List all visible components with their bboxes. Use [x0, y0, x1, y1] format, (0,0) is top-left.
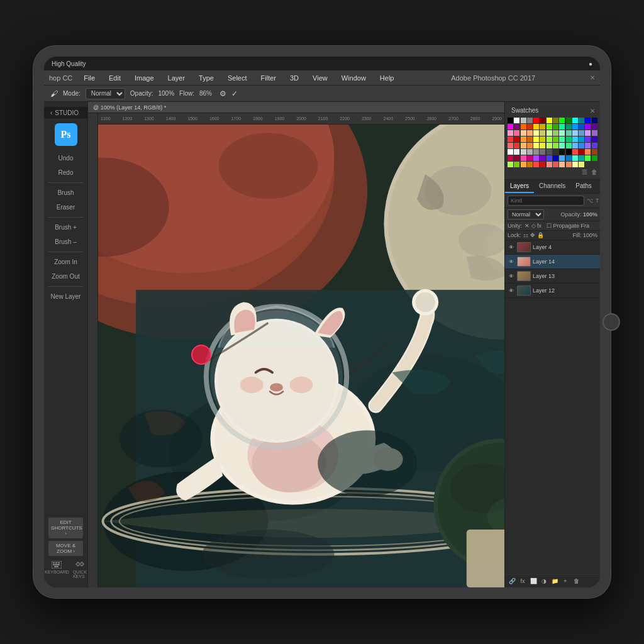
lock-pixel-icon[interactable]: ⚏	[523, 232, 528, 238]
swatch-color[interactable]	[521, 149, 526, 155]
menu-image[interactable]: Image	[132, 73, 157, 83]
layer-row-13[interactable]: 👁 Layer 13	[505, 269, 600, 284]
mode-select[interactable]: Normal	[86, 88, 125, 99]
swatch-color[interactable]	[559, 118, 565, 123]
swatch-color[interactable]	[559, 155, 565, 161]
swatch-color[interactable]	[540, 149, 545, 155]
swatch-color[interactable]	[559, 136, 565, 142]
layers-folder-icon[interactable]: 📁	[550, 577, 559, 586]
move-zoom-button[interactable]: MOVE & ZOOM ›	[48, 541, 83, 556]
swatch-color[interactable]	[527, 136, 533, 142]
swatch-color[interactable]	[514, 130, 519, 136]
swatch-color[interactable]	[559, 124, 565, 130]
swatch-color[interactable]	[566, 149, 572, 155]
artwork[interactable]	[98, 125, 504, 587]
swatch-color[interactable]	[540, 124, 545, 130]
swatch-color[interactable]	[547, 118, 552, 123]
swatch-color[interactable]	[579, 124, 584, 130]
tool-new-layer[interactable]: New Layer	[44, 289, 87, 304]
swatch-color[interactable]	[585, 136, 591, 142]
tool-zoom-in[interactable]: Zoom In	[44, 255, 87, 269]
swatch-color[interactable]	[540, 136, 545, 142]
swatch-color[interactable]	[547, 130, 552, 136]
layers-mask-icon[interactable]: ⬜	[529, 577, 538, 586]
swatch-color[interactable]	[547, 143, 552, 148]
menu-layer[interactable]: Layer	[165, 73, 188, 83]
swatch-color[interactable]	[579, 130, 584, 136]
swatch-color[interactable]	[508, 162, 513, 167]
layer-visibility-13[interactable]: 👁	[508, 272, 515, 280]
tab-paths[interactable]: Paths	[570, 180, 597, 193]
layers-delete-icon[interactable]: 🗑	[572, 577, 580, 586]
swatch-color[interactable]	[547, 162, 552, 167]
swatch-color[interactable]	[521, 143, 526, 148]
layer-visibility-12[interactable]: 👁	[508, 287, 515, 294]
swatch-color[interactable]	[508, 124, 513, 130]
swatch-color[interactable]	[547, 124, 552, 130]
menu-window[interactable]: Window	[339, 73, 369, 83]
menu-filter[interactable]: Filter	[258, 73, 279, 83]
swatch-color[interactable]	[572, 124, 578, 130]
swatch-color[interactable]	[533, 130, 539, 136]
tab-channels[interactable]: Channels	[534, 180, 570, 193]
swatch-color[interactable]	[566, 136, 572, 142]
swatch-color[interactable]	[592, 118, 597, 123]
layers-search-input[interactable]	[508, 196, 584, 206]
swatch-color[interactable]	[585, 155, 591, 161]
edit-shortcuts-button[interactable]: EDIT SHORTCUTS ›	[48, 518, 83, 538]
menu-edit[interactable]: Edit	[106, 73, 123, 83]
layers-fx-btn[interactable]: fx	[518, 577, 527, 586]
swatch-color[interactable]	[579, 143, 584, 148]
swatch-color[interactable]	[533, 149, 539, 155]
swatch-color[interactable]	[533, 118, 539, 123]
swatch-color[interactable]	[572, 118, 578, 123]
swatch-color[interactable]	[527, 124, 533, 130]
swatch-color[interactable]	[521, 162, 526, 167]
swatch-color[interactable]	[572, 136, 578, 142]
swatch-color[interactable]	[514, 149, 519, 155]
menu-select[interactable]: Select	[225, 73, 250, 83]
swatch-color[interactable]	[521, 136, 526, 142]
swatch-list-icon[interactable]: ☰	[582, 169, 587, 175]
swatch-color[interactable]	[540, 155, 545, 161]
quick-keys-button[interactable]: QUICK KEYS	[73, 561, 87, 579]
swatch-color[interactable]	[508, 118, 513, 123]
swatch-color[interactable]	[559, 130, 565, 136]
swatch-color[interactable]	[533, 136, 539, 142]
swatch-color[interactable]	[579, 155, 584, 161]
swatch-color[interactable]	[553, 143, 558, 148]
swatch-color[interactable]	[547, 155, 552, 161]
blend-mode-select[interactable]: Normal Multiply Screen Overlay	[508, 209, 544, 219]
swatch-color[interactable]	[521, 118, 526, 123]
swatch-color[interactable]	[566, 155, 572, 161]
tool-eraser[interactable]: Eraser	[44, 200, 87, 214]
swatch-color[interactable]	[579, 149, 584, 155]
menu-file[interactable]: File	[81, 73, 97, 83]
swatch-color[interactable]	[566, 162, 572, 167]
swatch-color[interactable]	[540, 162, 545, 167]
swatch-color[interactable]	[540, 118, 545, 123]
home-button[interactable]	[602, 313, 620, 331]
swatch-color[interactable]	[572, 155, 578, 161]
swatch-color[interactable]	[553, 155, 558, 161]
layers-link-icon[interactable]: 🔗	[508, 577, 516, 586]
swatch-color[interactable]	[553, 136, 558, 142]
layer-row-14[interactable]: 👁 Layer 14	[505, 255, 600, 269]
swatch-color[interactable]	[553, 124, 558, 130]
keyboard-button[interactable]: KEYBOARD	[45, 561, 69, 579]
swatch-color[interactable]	[559, 162, 565, 167]
layers-new-icon[interactable]: +	[561, 577, 570, 586]
swatch-color[interactable]	[553, 130, 558, 136]
swatch-color[interactable]	[521, 130, 526, 136]
swatch-color[interactable]	[527, 130, 533, 136]
swatch-color[interactable]	[527, 118, 533, 123]
swatch-color[interactable]	[527, 155, 533, 161]
swatch-color[interactable]	[572, 149, 578, 155]
swatch-color[interactable]	[521, 124, 526, 130]
tool-zoom-out[interactable]: Zoom Out	[44, 269, 87, 284]
swatch-color[interactable]	[547, 136, 552, 142]
swatch-color[interactable]	[579, 162, 584, 167]
swatches-close-icon[interactable]: ✕	[590, 108, 595, 114]
swatch-color[interactable]	[579, 136, 584, 142]
swatch-color[interactable]	[533, 143, 539, 148]
